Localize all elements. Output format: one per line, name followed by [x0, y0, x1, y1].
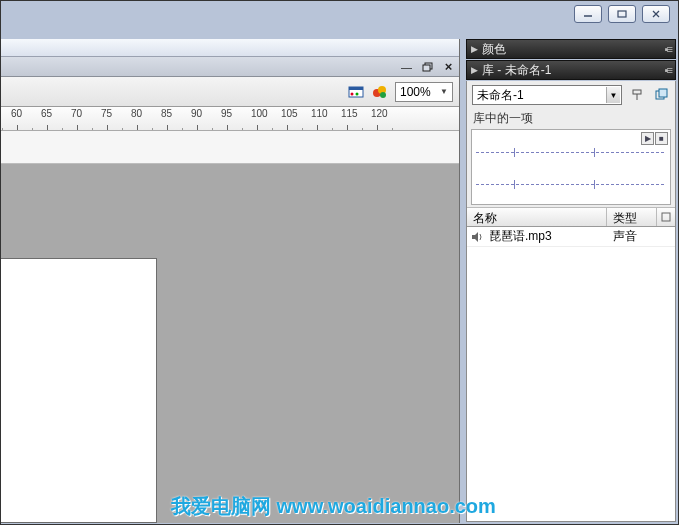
library-grid-header: 名称 类型: [467, 207, 675, 227]
sound-icon: [471, 231, 485, 243]
library-panel-title: 库 - 未命名-1: [482, 62, 551, 79]
svg-point-9: [356, 92, 359, 95]
panel-menu-icon[interactable]: ▪≡: [665, 43, 671, 55]
svg-rect-17: [662, 213, 670, 221]
toolbar: 100%▼: [1, 77, 459, 107]
zoom-combo[interactable]: 100%▼: [395, 82, 453, 102]
stage-area: [1, 164, 459, 523]
maximize-button[interactable]: [608, 5, 636, 23]
zoom-value: 100%: [400, 85, 431, 99]
svg-rect-16: [659, 89, 667, 97]
chevron-down-icon: ▼: [440, 87, 448, 96]
scene-icon[interactable]: [347, 83, 365, 101]
chevron-down-icon: ▼: [606, 87, 620, 103]
document-header: — ×: [0, 57, 459, 77]
item-name: 琵琶语.mp3: [489, 228, 552, 245]
preview-play-button[interactable]: ▶: [641, 132, 654, 145]
new-library-button[interactable]: [652, 86, 670, 104]
svg-rect-5: [423, 65, 430, 71]
combo-value: 未命名-1: [477, 87, 524, 104]
expand-icon: ▶: [471, 65, 478, 75]
timeline-ruler[interactable]: 556065707580859095100105110115120: [1, 107, 459, 131]
svg-rect-13: [633, 90, 641, 94]
library-preview: ▶ ■: [471, 129, 671, 205]
svg-point-8: [351, 92, 354, 95]
doc-minimize-button[interactable]: —: [398, 59, 415, 74]
expand-icon: ▶: [471, 44, 478, 54]
document-combo[interactable]: 未命名-1 ▼: [472, 85, 622, 105]
list-item[interactable]: 琵琶语.mp3 声音: [467, 227, 675, 247]
top-strip: [1, 39, 459, 57]
stage[interactable]: [1, 258, 157, 523]
library-status: 库中的一项: [467, 109, 675, 127]
color-panel-header[interactable]: ▶ 颜色 ▪≡: [466, 39, 676, 59]
panel-menu-icon[interactable]: ▪≡: [665, 64, 671, 76]
item-type: 声音: [609, 228, 675, 245]
svg-point-12: [380, 92, 386, 98]
waveform-icon: [476, 152, 666, 153]
column-type[interactable]: 类型: [607, 208, 657, 226]
svg-marker-18: [472, 232, 478, 242]
right-panels: ▶ 颜色 ▪≡ ▶ 库 - 未命名-1 ▪≡ 未命名-1 ▼ 库中的一项 ▶ ■…: [466, 39, 676, 522]
main-area: — × 100%▼ 556065707580859095100105110115…: [1, 39, 460, 523]
color-panel-title: 颜色: [482, 41, 506, 58]
workspace-icon[interactable]: [371, 83, 389, 101]
close-button[interactable]: [642, 5, 670, 23]
svg-rect-1: [618, 11, 626, 17]
minimize-button[interactable]: [574, 5, 602, 23]
library-panel-body: 未命名-1 ▼ 库中的一项 ▶ ■ 名称 类型 琵琶语.mp3: [466, 81, 676, 522]
column-name[interactable]: 名称: [467, 208, 607, 226]
svg-rect-7: [349, 87, 363, 90]
library-panel-header[interactable]: ▶ 库 - 未命名-1 ▪≡: [466, 60, 676, 80]
waveform-icon: [476, 184, 666, 185]
preview-stop-button[interactable]: ■: [655, 132, 668, 145]
doc-restore-button[interactable]: [419, 59, 436, 74]
doc-close-button[interactable]: ×: [440, 59, 457, 74]
timeline-bar: [1, 131, 459, 164]
library-grid-body[interactable]: 琵琶语.mp3 声音: [467, 227, 675, 521]
column-options-button[interactable]: [657, 208, 675, 226]
pin-library-button[interactable]: [628, 86, 646, 104]
